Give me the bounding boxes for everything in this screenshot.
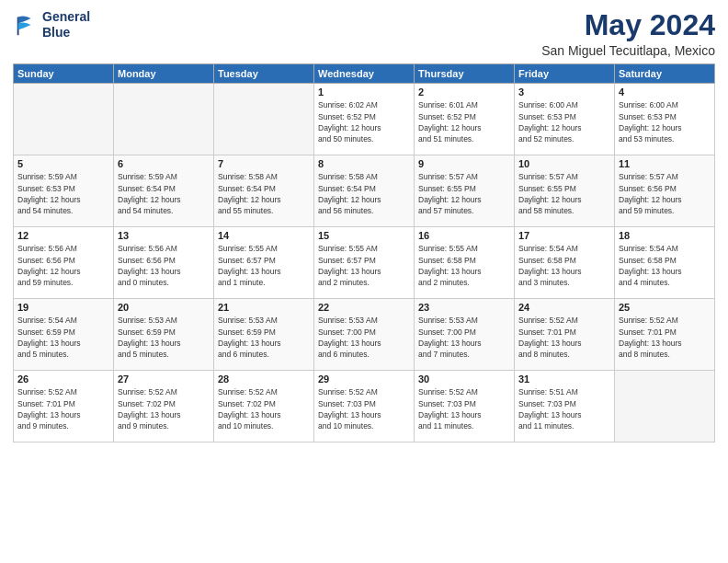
calendar-cell bbox=[214, 84, 314, 155]
day-info: Sunrise: 6:01 AM Sunset: 6:52 PM Dayligh… bbox=[418, 99, 510, 144]
day-number: 7 bbox=[218, 158, 310, 169]
calendar-cell: 18Sunrise: 5:54 AM Sunset: 6:58 PM Dayli… bbox=[615, 227, 715, 299]
weekday-header-row: SundayMondayTuesdayWednesdayThursdayFrid… bbox=[14, 64, 715, 84]
day-number: 23 bbox=[418, 302, 510, 313]
day-number: 8 bbox=[318, 158, 410, 169]
calendar-cell: 4Sunrise: 6:00 AM Sunset: 6:53 PM Daylig… bbox=[615, 84, 715, 155]
week-row-3: 12Sunrise: 5:56 AM Sunset: 6:56 PM Dayli… bbox=[14, 227, 715, 299]
calendar-cell: 27Sunrise: 5:52 AM Sunset: 7:02 PM Dayli… bbox=[114, 371, 214, 442]
calendar-cell: 19Sunrise: 5:54 AM Sunset: 6:59 PM Dayli… bbox=[14, 299, 114, 371]
day-number: 14 bbox=[218, 230, 310, 241]
day-number: 1 bbox=[318, 86, 410, 98]
day-info: Sunrise: 5:55 AM Sunset: 6:57 PM Dayligh… bbox=[218, 243, 310, 288]
calendar-cell: 29Sunrise: 5:52 AM Sunset: 7:03 PM Dayli… bbox=[314, 371, 415, 442]
calendar-cell: 12Sunrise: 5:56 AM Sunset: 6:56 PM Dayli… bbox=[14, 227, 114, 299]
week-row-1: 1Sunrise: 6:02 AM Sunset: 6:52 PM Daylig… bbox=[14, 84, 715, 155]
day-info: Sunrise: 6:00 AM Sunset: 6:53 PM Dayligh… bbox=[619, 99, 711, 144]
calendar-cell: 7Sunrise: 5:58 AM Sunset: 6:54 PM Daylig… bbox=[214, 155, 314, 227]
day-number: 20 bbox=[118, 302, 210, 313]
day-info: Sunrise: 5:52 AM Sunset: 7:02 PM Dayligh… bbox=[218, 386, 310, 431]
calendar-cell: 2Sunrise: 6:01 AM Sunset: 6:52 PM Daylig… bbox=[415, 84, 515, 155]
weekday-header-tuesday: Tuesday bbox=[214, 64, 314, 84]
day-number: 12 bbox=[17, 230, 109, 241]
day-number: 6 bbox=[118, 158, 210, 169]
day-number: 29 bbox=[318, 373, 410, 385]
calendar-cell: 9Sunrise: 5:57 AM Sunset: 6:55 PM Daylig… bbox=[415, 155, 515, 227]
day-info: Sunrise: 5:55 AM Sunset: 6:57 PM Dayligh… bbox=[318, 243, 410, 288]
day-number: 4 bbox=[619, 86, 711, 98]
weekday-header-friday: Friday bbox=[515, 64, 615, 84]
calendar-cell bbox=[14, 84, 114, 155]
day-number: 3 bbox=[518, 86, 610, 98]
day-info: Sunrise: 5:53 AM Sunset: 7:00 PM Dayligh… bbox=[418, 315, 510, 360]
calendar-table: SundayMondayTuesdayWednesdayThursdayFrid… bbox=[13, 63, 715, 442]
day-number: 24 bbox=[518, 302, 610, 313]
day-info: Sunrise: 5:57 AM Sunset: 6:56 PM Dayligh… bbox=[619, 171, 711, 216]
calendar-cell: 26Sunrise: 5:52 AM Sunset: 7:01 PM Dayli… bbox=[14, 371, 114, 442]
calendar-cell: 6Sunrise: 5:59 AM Sunset: 6:54 PM Daylig… bbox=[114, 155, 214, 227]
day-number: 21 bbox=[218, 302, 310, 313]
day-number: 31 bbox=[518, 373, 610, 385]
calendar-cell: 8Sunrise: 5:58 AM Sunset: 6:54 PM Daylig… bbox=[314, 155, 415, 227]
day-info: Sunrise: 5:54 AM Sunset: 6:58 PM Dayligh… bbox=[518, 243, 610, 288]
day-info: Sunrise: 5:51 AM Sunset: 7:03 PM Dayligh… bbox=[518, 386, 610, 431]
day-info: Sunrise: 5:52 AM Sunset: 7:01 PM Dayligh… bbox=[518, 315, 610, 360]
day-number: 15 bbox=[318, 230, 410, 241]
calendar-cell: 13Sunrise: 5:56 AM Sunset: 6:56 PM Dayli… bbox=[114, 227, 214, 299]
day-info: Sunrise: 5:52 AM Sunset: 7:01 PM Dayligh… bbox=[619, 315, 711, 360]
day-number: 19 bbox=[17, 302, 109, 313]
day-number: 30 bbox=[418, 373, 510, 385]
calendar-cell: 21Sunrise: 5:53 AM Sunset: 6:59 PM Dayli… bbox=[214, 299, 314, 371]
day-number: 9 bbox=[418, 158, 510, 169]
calendar-cell: 16Sunrise: 5:55 AM Sunset: 6:58 PM Dayli… bbox=[415, 227, 515, 299]
day-info: Sunrise: 5:56 AM Sunset: 6:56 PM Dayligh… bbox=[17, 243, 109, 288]
day-info: Sunrise: 5:58 AM Sunset: 6:54 PM Dayligh… bbox=[218, 171, 310, 216]
weekday-header-sunday: Sunday bbox=[14, 64, 114, 84]
page: General Blue May 2024 San Miguel Tecuitl… bbox=[0, 0, 728, 563]
day-number: 13 bbox=[118, 230, 210, 241]
header: General Blue May 2024 San Miguel Tecuitl… bbox=[13, 9, 715, 58]
day-number: 10 bbox=[518, 158, 610, 169]
day-info: Sunrise: 5:53 AM Sunset: 6:59 PM Dayligh… bbox=[118, 315, 210, 360]
weekday-header-wednesday: Wednesday bbox=[314, 64, 415, 84]
calendar-cell: 24Sunrise: 5:52 AM Sunset: 7:01 PM Dayli… bbox=[515, 299, 615, 371]
day-info: Sunrise: 5:52 AM Sunset: 7:01 PM Dayligh… bbox=[17, 386, 109, 431]
weekday-header-saturday: Saturday bbox=[615, 64, 715, 84]
calendar-cell: 25Sunrise: 5:52 AM Sunset: 7:01 PM Dayli… bbox=[615, 299, 715, 371]
day-info: Sunrise: 5:52 AM Sunset: 7:02 PM Dayligh… bbox=[118, 386, 210, 431]
calendar-cell: 28Sunrise: 5:52 AM Sunset: 7:02 PM Dayli… bbox=[214, 371, 314, 442]
day-info: Sunrise: 5:53 AM Sunset: 7:00 PM Dayligh… bbox=[318, 315, 410, 360]
calendar-cell: 14Sunrise: 5:55 AM Sunset: 6:57 PM Dayli… bbox=[214, 227, 314, 299]
calendar-cell: 3Sunrise: 6:00 AM Sunset: 6:53 PM Daylig… bbox=[515, 84, 615, 155]
calendar-cell: 5Sunrise: 5:59 AM Sunset: 6:53 PM Daylig… bbox=[14, 155, 114, 227]
calendar-cell bbox=[114, 84, 214, 155]
day-info: Sunrise: 6:00 AM Sunset: 6:53 PM Dayligh… bbox=[518, 99, 610, 144]
weekday-header-monday: Monday bbox=[114, 64, 214, 84]
calendar-cell: 20Sunrise: 5:53 AM Sunset: 6:59 PM Dayli… bbox=[114, 299, 214, 371]
day-number: 16 bbox=[418, 230, 510, 241]
day-number: 11 bbox=[619, 158, 711, 169]
subtitle: San Miguel Tecuitlapa, Mexico bbox=[541, 43, 715, 58]
day-info: Sunrise: 5:54 AM Sunset: 6:58 PM Dayligh… bbox=[619, 243, 711, 288]
main-title: May 2024 bbox=[541, 9, 715, 41]
calendar-cell: 10Sunrise: 5:57 AM Sunset: 6:55 PM Dayli… bbox=[515, 155, 615, 227]
week-row-2: 5Sunrise: 5:59 AM Sunset: 6:53 PM Daylig… bbox=[14, 155, 715, 227]
day-info: Sunrise: 5:57 AM Sunset: 6:55 PM Dayligh… bbox=[418, 171, 510, 216]
calendar-cell: 31Sunrise: 5:51 AM Sunset: 7:03 PM Dayli… bbox=[515, 371, 615, 442]
day-info: Sunrise: 5:58 AM Sunset: 6:54 PM Dayligh… bbox=[318, 171, 410, 216]
day-number: 17 bbox=[518, 230, 610, 241]
day-info: Sunrise: 5:59 AM Sunset: 6:54 PM Dayligh… bbox=[118, 171, 210, 216]
calendar-cell: 17Sunrise: 5:54 AM Sunset: 6:58 PM Dayli… bbox=[515, 227, 615, 299]
calendar-cell: 1Sunrise: 6:02 AM Sunset: 6:52 PM Daylig… bbox=[314, 84, 415, 155]
day-info: Sunrise: 5:55 AM Sunset: 6:58 PM Dayligh… bbox=[418, 243, 510, 288]
calendar-cell: 22Sunrise: 5:53 AM Sunset: 7:00 PM Dayli… bbox=[314, 299, 415, 371]
day-info: Sunrise: 5:53 AM Sunset: 6:59 PM Dayligh… bbox=[218, 315, 310, 360]
calendar-cell: 11Sunrise: 5:57 AM Sunset: 6:56 PM Dayli… bbox=[615, 155, 715, 227]
day-number: 28 bbox=[218, 373, 310, 385]
day-number: 18 bbox=[619, 230, 711, 241]
day-number: 25 bbox=[619, 302, 711, 313]
day-info: Sunrise: 5:52 AM Sunset: 7:03 PM Dayligh… bbox=[318, 386, 410, 431]
week-row-5: 26Sunrise: 5:52 AM Sunset: 7:01 PM Dayli… bbox=[14, 371, 715, 442]
calendar-cell: 15Sunrise: 5:55 AM Sunset: 6:57 PM Dayli… bbox=[314, 227, 415, 299]
logo-icon bbox=[13, 12, 39, 38]
